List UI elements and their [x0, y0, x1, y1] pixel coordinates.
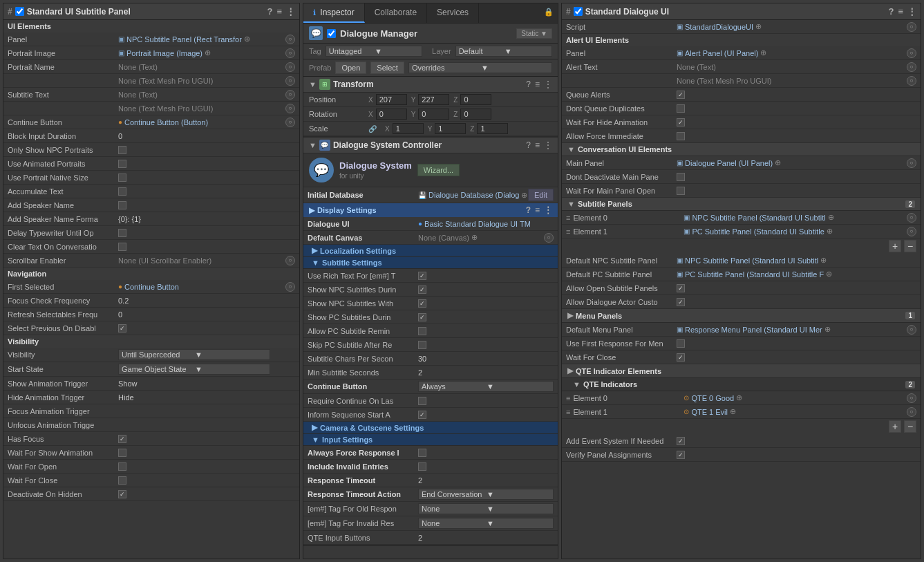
display-settings-header[interactable]: ▶ Display Settings ? ≡ ⋮ [303, 203, 558, 217]
wait-hide-anim-check[interactable] [677, 118, 685, 127]
subtitle-text-circle[interactable]: ○ [285, 90, 295, 100]
require-continue-check[interactable] [418, 397, 426, 405]
main-panel-circle[interactable]: ○ [907, 158, 916, 168]
wizard-btn[interactable]: Wizard... [417, 164, 460, 176]
prefab-select-btn[interactable]: Select [370, 62, 404, 74]
old-respon-dropdown[interactable]: None ▼ [418, 503, 554, 514]
visibility-dropdown[interactable]: Until Superceded ▼ [118, 349, 270, 360]
tab-inspector[interactable]: ℹ Inspector [303, 3, 365, 23]
always-force-check[interactable] [418, 449, 426, 457]
portrait-image-circle[interactable]: ○ [285, 48, 295, 58]
qte-elem1-circle[interactable]: ○ [907, 407, 916, 417]
allow-pc-remind-check[interactable] [418, 327, 426, 335]
transform-more[interactable]: ⋮ [544, 79, 552, 89]
alert-panel-circle[interactable]: ○ [907, 48, 916, 58]
dont-queue-check[interactable] [677, 104, 685, 113]
left-panel-enabled[interactable] [15, 7, 24, 16]
inform-sequence-check[interactable] [418, 411, 426, 419]
include-invalid-check[interactable] [418, 462, 426, 471]
continue-btn-dropdown[interactable]: Always ▼ [418, 381, 554, 392]
object-enabled[interactable] [327, 29, 336, 38]
rich-text-check[interactable] [418, 272, 426, 280]
alert-text-circle[interactable]: ○ [907, 62, 916, 72]
subtitle-text2-circle[interactable]: ○ [285, 104, 295, 113]
dsc-settings[interactable]: ≡ [535, 140, 540, 150]
panel-circle-btn[interactable]: ○ [285, 35, 295, 44]
show-pc-during-check[interactable] [418, 313, 426, 321]
scale-z-input[interactable] [477, 123, 508, 134]
right-more-icon[interactable]: ⋮ [907, 6, 916, 17]
transform-help[interactable]: ? [526, 79, 531, 89]
display-more[interactable]: ⋮ [544, 205, 552, 215]
allow-actor-check[interactable] [677, 298, 685, 306]
add-event-system-check[interactable] [677, 437, 685, 445]
prefab-open-btn[interactable]: Open [335, 62, 366, 74]
menu-panels-section[interactable]: ▶ Menu Panels 1 [562, 309, 921, 323]
script-circle[interactable]: ○ [907, 22, 916, 32]
settings-icon[interactable]: ≡ [276, 6, 282, 17]
tab-collaborate[interactable]: Collaborate [365, 3, 427, 23]
static-badge[interactable]: Static ▼ [516, 28, 552, 39]
transform-settings[interactable]: ≡ [535, 79, 540, 89]
subtitle-remove-btn[interactable]: − [904, 240, 916, 252]
timeout-action-dropdown[interactable]: End Conversation ▼ [418, 489, 554, 500]
tab-services[interactable]: Services [427, 3, 479, 23]
right-settings-icon[interactable]: ≡ [898, 6, 903, 17]
qte-section[interactable]: ▶ QTE Indicator Elements [562, 364, 921, 378]
pos-z-input[interactable] [460, 94, 491, 105]
wait-show-anim-check[interactable] [118, 449, 126, 457]
subtitle-add-btn[interactable]: + [889, 240, 901, 252]
right-help-icon[interactable]: ? [888, 6, 894, 17]
only-npc-check[interactable] [118, 146, 126, 154]
qte-remove-btn[interactable]: − [904, 420, 916, 433]
wait-main-panel-check[interactable] [677, 187, 685, 195]
clear-text-check[interactable] [118, 243, 126, 251]
pos-y-input[interactable] [418, 94, 449, 105]
display-help[interactable]: ? [526, 205, 531, 215]
help-icon[interactable]: ? [267, 6, 272, 17]
overrides-dropdown[interactable]: Overrides ▼ [408, 62, 552, 73]
rot-y-input[interactable] [418, 109, 449, 120]
delay-typewriter-check[interactable] [118, 229, 126, 237]
rot-z-input[interactable] [460, 109, 491, 120]
add-speaker-check[interactable] [118, 201, 126, 209]
qte-add-btn[interactable]: + [889, 420, 901, 433]
dsc-help[interactable]: ? [526, 140, 531, 150]
subtitle-settings-header[interactable]: ▼ Subtitle Settings [303, 257, 558, 269]
use-first-response-check[interactable] [677, 339, 685, 348]
subtitle-panels-section[interactable]: ▼ Subtitle Panels 2 [562, 198, 921, 211]
qte-elem0-circle[interactable]: ○ [907, 393, 916, 403]
edit-btn[interactable]: Edit [528, 189, 554, 201]
skip-pc-check[interactable] [418, 341, 426, 349]
portrait-name-circle[interactable]: ○ [285, 62, 295, 72]
rot-x-input[interactable] [376, 109, 407, 120]
menu-panel-circle[interactable]: ○ [907, 325, 916, 335]
wait-open-check[interactable] [118, 462, 126, 471]
alert-text-mesh-circle[interactable]: ○ [907, 76, 916, 86]
wait-close-check[interactable] [118, 476, 126, 485]
display-settings-icon[interactable]: ≡ [535, 205, 540, 215]
portrait-native-check[interactable] [118, 174, 126, 182]
allow-force-check[interactable] [677, 132, 685, 140]
verify-panel-check[interactable] [677, 451, 685, 459]
conv-section[interactable]: ▼ Conversation UI Elements [562, 143, 921, 156]
scale-x-input[interactable] [393, 123, 424, 134]
localization-header[interactable]: ▶ Localization Settings [303, 245, 558, 257]
first-selected-circle[interactable]: ○ [285, 282, 295, 292]
camera-header[interactable]: ▶ Camera & Cutscene Settings [303, 422, 558, 434]
sub-elem1-circle[interactable]: ○ [907, 227, 916, 236]
accumulate-text-check[interactable] [118, 187, 126, 196]
dont-deactivate-check[interactable] [677, 173, 685, 181]
layer-dropdown[interactable]: Default ▼ [455, 46, 552, 57]
start-state-dropdown[interactable]: Game Object State ▼ [118, 364, 270, 375]
allow-open-subtitle-check[interactable] [677, 284, 685, 292]
scrollbar-circle[interactable]: ○ [285, 256, 295, 265]
queue-alerts-check[interactable] [677, 91, 685, 99]
deactivate-hidden-check[interactable] [118, 490, 126, 498]
menu-wait-close-check[interactable] [677, 353, 685, 362]
default-canvas-circle[interactable]: ○ [544, 233, 554, 243]
dsc-more[interactable]: ⋮ [544, 140, 552, 150]
has-focus-check[interactable] [118, 435, 126, 443]
more-icon[interactable]: ⋮ [286, 6, 295, 17]
pos-x-input[interactable] [376, 94, 407, 105]
